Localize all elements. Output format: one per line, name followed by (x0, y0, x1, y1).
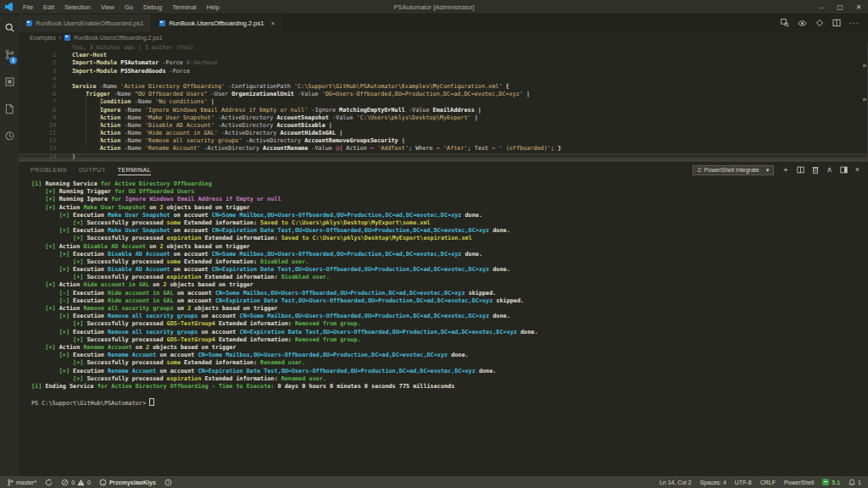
powershell-session-status[interactable]: 5.1 (822, 479, 840, 485)
maximize-panel-icon[interactable]: ∧ (826, 166, 832, 174)
extensions-icon[interactable] (0, 68, 19, 95)
kill-terminal-icon[interactable] (812, 166, 819, 174)
line-number: 11 (19, 130, 56, 137)
terminal-line: [i] Ending Service for Active Directory … (31, 383, 868, 391)
indent-guide (100, 98, 101, 146)
editor-tab-strip: RunBook.UsersEnableOffboarded.ps1RunBook… (19, 14, 868, 32)
menu-file[interactable]: File (18, 3, 38, 11)
eol-setting[interactable]: CRLF (760, 480, 776, 485)
terminal-line: [+] Successfully processed GDS-TestGroup… (31, 320, 868, 328)
editor-actions: ··· (781, 14, 868, 32)
editor-tab[interactable]: RunBook.UsersOffboarding.2.ps1× (152, 14, 282, 32)
maximize-button[interactable]: ▢ (831, 3, 849, 11)
status-bar: master* 0 0 PrzemyslawKlys Ln 14, Col 2 … (0, 476, 868, 488)
code-line: 13 Action -Name 'Rename Account' -Active… (19, 145, 867, 152)
new-terminal-icon[interactable]: ＋ (782, 166, 789, 174)
source-control-icon[interactable]: 1 (0, 41, 19, 68)
search-editor-icon[interactable] (781, 19, 789, 27)
tab-label: RunBook.UsersEnableOffboarded.ps1 (36, 19, 143, 27)
more-actions-icon[interactable]: ··· (849, 19, 860, 27)
clock-icon (164, 479, 172, 486)
code-lines: 1Clear-Host2Import-Module PSAutomator -F… (19, 52, 867, 161)
panel-tab-output[interactable]: OUTPUT (79, 164, 106, 175)
github-account-status[interactable]: PrzemyslawKlys (99, 479, 156, 486)
tab-close-icon[interactable]: × (270, 19, 275, 27)
window-controls: – ▢ ✕ (812, 3, 868, 11)
line-number: 3 (19, 68, 56, 75)
overview-ruler-mark (863, 98, 866, 101)
code-editor[interactable]: You, 3 minutes ago | 1 author (You) 1Cle… (19, 42, 868, 161)
editor-tab[interactable]: RunBook.UsersEnableOffboarded.ps1 (19, 14, 152, 32)
language-mode[interactable]: PowerShell (784, 480, 814, 485)
code-line: 6 Trigger -Name "OU Offboarded Users" -U… (19, 91, 867, 98)
menu-edit[interactable]: Edit (38, 3, 59, 11)
git-branch-status[interactable]: master* (7, 479, 36, 486)
code-line: 3Import-Module PSSharedGoods -Force (19, 68, 867, 75)
code-line: 2Import-Module PSAutomator -Force #-Verb… (19, 59, 867, 67)
terminal-selector[interactable]: 2: PowerShell Integrate ▾ (693, 165, 774, 175)
menu-bar: FileEditSelectionViewGoDebugTerminalHelp (18, 3, 225, 11)
terminal-selector-label: 2: PowerShell Integrate (698, 167, 760, 173)
terminal-line: [+] Action Disable AD Account on 2 objec… (31, 243, 868, 251)
line-number: 2 (19, 59, 56, 67)
time-tracker-status[interactable] (164, 479, 172, 486)
gitlens-blame-annotation: You, 3 minutes ago | 1 author (You) (19, 44, 867, 52)
code-line: 7 Condition -Name 'No conditions' | (19, 98, 867, 106)
close-button[interactable]: ✕ (849, 3, 868, 11)
panel-tab-terminal[interactable]: TERMINAL (118, 164, 151, 175)
code-line: 8 Ignore -Name 'Ignore Windows Email Add… (19, 107, 867, 114)
problems-status[interactable]: 0 0 (61, 479, 91, 486)
terminal-line: [+] Execution Remove all security groups… (31, 313, 868, 320)
clock-icon[interactable] (0, 122, 19, 149)
bell-icon (849, 479, 855, 486)
line-number: 9 (19, 114, 56, 122)
panel-header: PROBLEMSOUTPUTTERMINAL 2: PowerShell Int… (19, 162, 868, 178)
terminal-line: [+] Action Hide account in GAL on 2 obje… (31, 281, 868, 289)
breadcrumb-file[interactable]: RunBook.UsersOffboarding.2.ps1 (74, 35, 163, 41)
sync-status[interactable] (45, 479, 53, 486)
terminal-line: [+] Action Rename Account on 2 objects b… (31, 344, 868, 352)
github-icon (99, 479, 107, 486)
powershell-session-icon (822, 479, 829, 485)
line-number: 1 (19, 52, 56, 59)
menu-help[interactable]: Help (201, 3, 224, 11)
terminal-line: [+] Successfully processed some Extended… (31, 258, 868, 266)
search-icon[interactable] (0, 14, 19, 41)
panel-tab-problems[interactable]: PROBLEMS (31, 164, 67, 175)
powershell-file-icon (159, 20, 165, 26)
minimize-button[interactable]: – (812, 3, 831, 11)
terminal-line: [+] Execution Disable AD Account on acco… (31, 251, 868, 258)
menu-terminal[interactable]: Terminal (167, 3, 201, 11)
tabs-container: RunBook.UsersEnableOffboarded.ps1RunBook… (19, 14, 282, 32)
terminal-output[interactable]: [i] Running Service for Active Directory… (19, 178, 868, 476)
powershell-version: 5.1 (832, 480, 840, 485)
encoding-setting[interactable]: UTF-8 (735, 480, 752, 485)
split-editor-icon[interactable] (832, 19, 841, 27)
breadcrumb-separator-icon: › (59, 35, 61, 41)
close-panel-icon[interactable]: × (855, 166, 860, 174)
terminal-line: [+] Execution Make User Snapshot on acco… (31, 212, 868, 219)
menu-go[interactable]: Go (120, 3, 138, 11)
cursor-position[interactable]: Ln 14, Col 2 (659, 480, 692, 485)
line-number: 4 (19, 75, 56, 83)
menu-selection[interactable]: Selection (59, 3, 96, 11)
overview-ruler-mark (863, 64, 866, 67)
notifications-status[interactable]: 1 (849, 479, 861, 486)
split-terminal-icon[interactable] (797, 166, 804, 174)
file-icon[interactable] (0, 95, 19, 122)
code-line: 1Clear-Host (19, 52, 867, 59)
menu-view[interactable]: View (96, 3, 120, 11)
notification-count: 1 (858, 480, 861, 485)
code-line: 11 Action -Name 'Hide account in GAL' -A… (19, 130, 867, 137)
indentation-setting[interactable]: Spaces: 4 (700, 480, 726, 485)
panel-tabs: PROBLEMSOUTPUTTERMINAL (31, 164, 151, 175)
warning-count: 0 (87, 480, 91, 485)
breadcrumb-folder[interactable]: Examples (30, 35, 56, 41)
preview-eye-icon[interactable] (798, 19, 807, 27)
restore-panel-icon[interactable] (840, 166, 848, 174)
sync-icon (45, 479, 53, 486)
menu-debug[interactable]: Debug (138, 3, 167, 11)
line-number: 13 (19, 145, 56, 152)
terminal-line: [+] Execution Disable AD Account on acco… (31, 266, 868, 274)
run-file-icon[interactable] (815, 19, 824, 27)
